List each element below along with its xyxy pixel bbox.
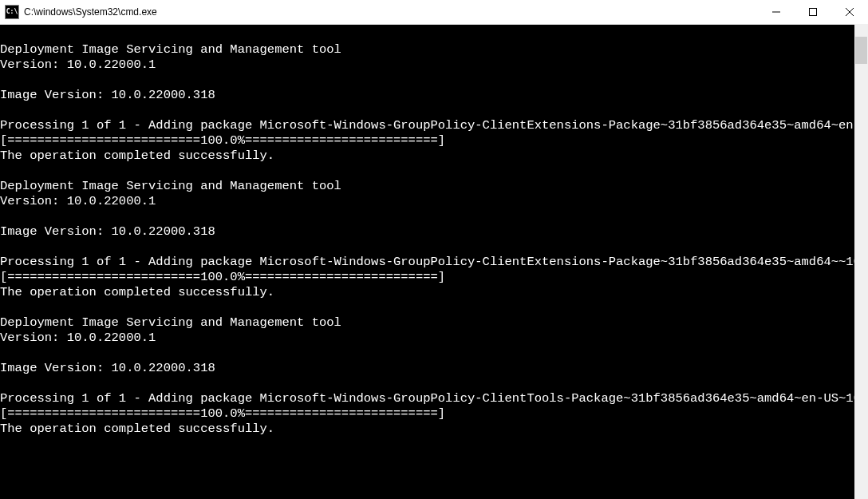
cmd-window: C:\ C:\windows\System32\cmd.exe Deployme… (0, 0, 868, 499)
title-left: C:\ C:\windows\System32\cmd.exe (0, 5, 157, 19)
terminal-viewport[interactable]: Deployment Image Servicing and Managemen… (0, 25, 865, 499)
cmd-icon: C:\ (5, 5, 19, 19)
window-controls (758, 0, 868, 24)
titlebar[interactable]: C:\ C:\windows\System32\cmd.exe (0, 0, 868, 25)
close-button[interactable] (831, 0, 868, 24)
maximize-button[interactable] (795, 0, 831, 24)
minimize-button[interactable] (758, 0, 795, 24)
window-title: C:\windows\System32\cmd.exe (24, 6, 157, 18)
vertical-scrollbar[interactable] (854, 24, 868, 499)
svg-rect-0 (810, 9, 817, 16)
scrollbar-thumb[interactable] (855, 37, 867, 64)
terminal-output: Deployment Image Servicing and Managemen… (0, 25, 865, 437)
